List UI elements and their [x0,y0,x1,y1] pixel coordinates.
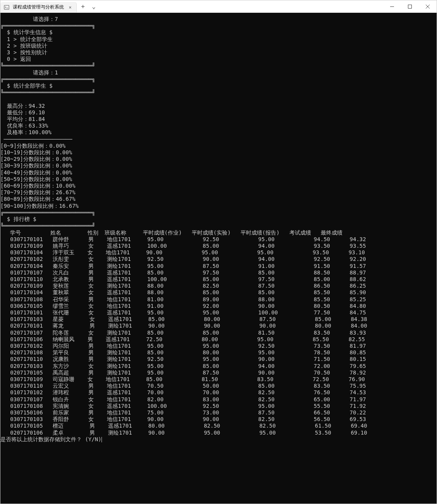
tab-active[interactable]: 课程成绩管理与分析系统 × [0,2,77,12]
svg-rect-1 [408,5,412,9]
window: 课程成绩管理与分析系统 × + ⌄ 请选择：7 ╔═══════════════… [0,0,437,504]
minimize-button[interactable] [383,0,401,13]
terminal-area[interactable]: 请选择：7 ╔═══════════════════════════╗ $ 统计… [0,13,437,504]
maximize-button[interactable] [401,0,419,13]
tab-title: 课程成绩管理与分析系统 [13,4,64,10]
titlebar: 课程成绩管理与分析系统 × + ⌄ [0,0,437,13]
close-button[interactable] [419,0,437,13]
tab-add-button[interactable]: + [77,0,89,12]
window-controls [383,0,437,12]
svg-rect-0 [4,5,9,9]
tab-dropdown-button[interactable]: ⌄ [89,0,98,12]
titlebar-drag-area[interactable] [98,0,383,12]
tab-close-button[interactable]: × [67,4,73,10]
terminal-icon [3,4,10,10]
